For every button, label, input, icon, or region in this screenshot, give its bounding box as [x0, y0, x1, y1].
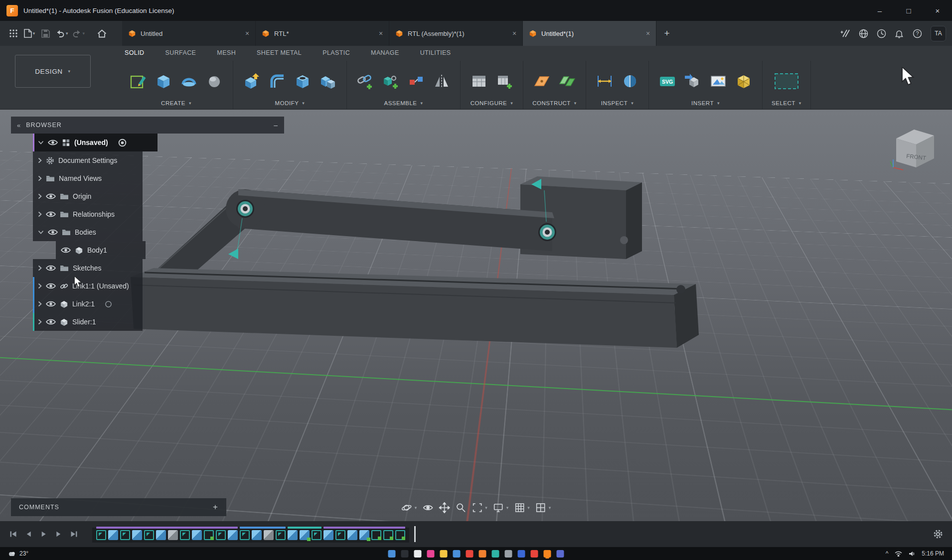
go-to-end-button[interactable]	[70, 530, 78, 538]
extrude-icon[interactable]	[152, 69, 175, 93]
chevron-right-icon[interactable]	[38, 175, 42, 181]
joint-pivot-right[interactable]	[538, 223, 556, 241]
taskbar-app-icon[interactable]	[531, 550, 538, 558]
shell-icon[interactable]	[291, 69, 315, 93]
create-sketch-icon[interactable]	[126, 69, 150, 93]
timeline-feature-gray[interactable]	[264, 530, 274, 540]
timeline-feature-sketch[interactable]	[312, 530, 321, 540]
go-to-start-button[interactable]	[9, 530, 17, 538]
undo-icon[interactable]: ▾	[54, 25, 70, 42]
visibility-eye-icon[interactable]	[46, 318, 56, 325]
timeline-feature-extrude[interactable]	[132, 530, 142, 540]
doc-tab-untitled[interactable]: Untitled ×	[122, 21, 256, 46]
extensions-icon[interactable]	[838, 25, 853, 42]
viewports-tool[interactable]: ▾	[535, 502, 551, 513]
visibility-eye-icon[interactable]	[46, 282, 56, 289]
timeline-feature-sketch[interactable]	[240, 530, 250, 540]
tab-close-icon[interactable]: ×	[245, 29, 249, 37]
notifications-bell-icon[interactable]	[892, 25, 907, 42]
timeline-settings-gear-icon[interactable]	[933, 529, 943, 539]
group-label-inspect[interactable]: INSPECT▾	[601, 100, 634, 108]
doc-tab-rtl[interactable]: RTL* ×	[256, 21, 389, 46]
taskbar-app-icon[interactable]	[557, 550, 564, 558]
taskbar-app-icon[interactable]	[440, 550, 448, 558]
offset-plane-icon[interactable]	[530, 69, 554, 93]
browser-item-relationships[interactable]: Relationships	[33, 205, 143, 223]
chevron-right-icon[interactable]	[38, 157, 42, 163]
browser-item-link2[interactable]: Link2:1	[33, 295, 143, 313]
ribbon-tab-solid[interactable]: SOLID	[125, 49, 145, 56]
doc-tab-rtl-assembly[interactable]: RTL (Assembly)*(1) ×	[389, 21, 523, 46]
taskbar-app-icon[interactable]	[544, 550, 551, 558]
redo-dropdown-caret[interactable]: ▾	[83, 31, 85, 36]
timeline-feature-extrude[interactable]	[108, 530, 118, 540]
browser-collapse-icon[interactable]: «	[17, 122, 21, 129]
save-icon[interactable]	[38, 25, 53, 42]
group-label-create[interactable]: CREATE▾	[161, 100, 191, 108]
ribbon-tab-mesh[interactable]: MESH	[217, 49, 236, 56]
taskbar-app-icon[interactable]	[505, 550, 512, 558]
combine-icon[interactable]	[316, 69, 340, 93]
new-file-icon[interactable]: ▾	[22, 25, 37, 42]
insert-canvas-icon[interactable]	[706, 69, 730, 93]
group-label-assemble[interactable]: ASSEMBLE▾	[384, 100, 423, 108]
ribbon-tab-sheet-metal[interactable]: SHEET METAL	[257, 49, 302, 56]
chevron-right-icon[interactable]	[38, 211, 42, 217]
timeline-feature-component[interactable]	[300, 530, 310, 540]
new-tab-button[interactable]: +	[656, 21, 677, 46]
browser-item-root-unsaved[interactable]: (Unsaved)	[33, 134, 158, 151]
timeline-feature-sketch[interactable]	[335, 530, 345, 540]
help-icon[interactable]: ?	[910, 25, 925, 42]
pan-tool[interactable]	[439, 502, 450, 513]
visibility-eye-icon[interactable]	[48, 139, 58, 146]
configuration-table-icon[interactable]	[467, 69, 491, 93]
close-button[interactable]: ×	[923, 0, 952, 21]
timeline-feature-extrude[interactable]	[323, 530, 333, 540]
taskbar-app-icon[interactable]	[388, 550, 396, 558]
step-back-button[interactable]	[25, 530, 32, 538]
history-clock-icon[interactable]	[874, 25, 889, 42]
timeline-feature-sketch[interactable]	[144, 530, 154, 540]
insert-mesh-icon[interactable]	[732, 69, 756, 93]
tab-close-icon[interactable]: ×	[379, 29, 383, 37]
timeline-group-bar[interactable]	[288, 527, 321, 529]
taskbar-app-icon[interactable]	[518, 550, 525, 558]
chevron-right-icon[interactable]	[38, 283, 42, 289]
browser-minimize-icon[interactable]: –	[274, 121, 278, 129]
timeline-feature-extrude[interactable]	[228, 530, 238, 540]
new-file-dropdown-caret[interactable]: ▾	[33, 31, 35, 36]
web-globe-icon[interactable]	[856, 25, 871, 42]
insert-svg-icon[interactable]: SVG	[655, 69, 679, 93]
viewport-3d[interactable]: FRONT « BROWSER – (Unsaved) Document Set…	[0, 110, 952, 521]
group-label-insert[interactable]: INSERT▾	[691, 100, 720, 108]
speaker-icon[interactable]	[909, 551, 915, 557]
browser-header[interactable]: « BROWSER –	[11, 117, 284, 134]
timeline-feature-extrude[interactable]	[347, 530, 357, 540]
look-at-tool[interactable]	[422, 502, 433, 513]
construct-axis-icon[interactable]	[555, 69, 579, 93]
browser-item-slider[interactable]: Slider:1	[33, 313, 143, 331]
display-caret[interactable]: ▾	[506, 505, 509, 510]
comments-bar[interactable]: COMMENTS +	[11, 498, 226, 516]
timeline-feature-gray[interactable]	[168, 530, 178, 540]
as-built-joint-icon[interactable]	[404, 69, 428, 93]
fit-view-tool[interactable]: ▾	[472, 502, 487, 513]
zoom-tool[interactable]	[455, 502, 466, 513]
timeline-group-bar[interactable]	[96, 527, 238, 529]
taskbar-clock[interactable]: 5:16 PM	[922, 550, 944, 557]
timeline-feature-sketch[interactable]	[120, 530, 130, 540]
tray-expand-caret[interactable]: ^	[886, 550, 889, 557]
add-comment-button[interactable]: +	[213, 502, 218, 512]
ribbon-tab-manage[interactable]: MANAGE	[371, 49, 399, 56]
minimize-button[interactable]: –	[865, 0, 894, 21]
wifi-icon[interactable]	[895, 551, 902, 557]
record-position-icon[interactable]	[118, 139, 127, 147]
chevron-right-icon[interactable]	[38, 265, 42, 271]
revolve-icon[interactable]	[177, 69, 201, 93]
taskbar-app-icon[interactable]	[492, 550, 499, 558]
fit-caret[interactable]: ▾	[485, 505, 487, 510]
play-button[interactable]	[40, 530, 47, 538]
ribbon-tab-surface[interactable]: SURFACE	[165, 49, 196, 56]
group-label-configure[interactable]: CONFIGURE▾	[471, 100, 513, 108]
browser-item-body1[interactable]: Body1	[56, 241, 146, 259]
